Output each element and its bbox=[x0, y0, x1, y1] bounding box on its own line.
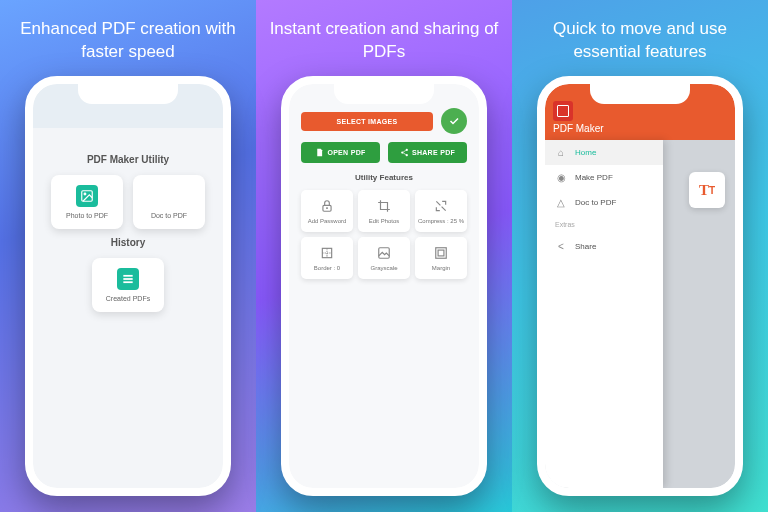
headline-3: Quick to move and use essential features bbox=[522, 18, 758, 66]
app-logo-icon bbox=[553, 101, 573, 121]
headline-2: Instant creation and sharing of PDFs bbox=[266, 18, 502, 66]
compress-icon bbox=[433, 198, 449, 214]
photo-card-label: Photo to PDF bbox=[66, 212, 108, 219]
promo-panel-1: Enhanced PDF creation with faster speed … bbox=[0, 0, 256, 512]
phone-notch bbox=[78, 84, 178, 104]
svg-rect-11 bbox=[436, 248, 447, 259]
peek-card: TT bbox=[689, 172, 725, 208]
lock-plus-icon bbox=[319, 198, 335, 214]
svg-rect-3 bbox=[123, 278, 132, 280]
utility-features-title: Utility Features bbox=[301, 173, 467, 182]
share-icon bbox=[400, 148, 409, 157]
image-icon bbox=[376, 245, 392, 261]
doc-icon: △ bbox=[555, 197, 567, 208]
home-icon: ⌂ bbox=[555, 147, 567, 158]
nav-make-pdf[interactable]: ◉ Make PDF bbox=[545, 165, 663, 190]
doc-to-pdf-card[interactable]: TT Doc to PDF bbox=[133, 175, 205, 229]
file-icon bbox=[315, 148, 324, 157]
margin-tile[interactable]: Margin bbox=[415, 237, 467, 279]
svg-rect-10 bbox=[379, 248, 390, 259]
select-images-button[interactable]: SELECT IMAGES bbox=[301, 112, 433, 131]
svg-point-1 bbox=[84, 193, 86, 195]
text-icon: TT bbox=[158, 185, 180, 207]
svg-rect-4 bbox=[123, 281, 132, 283]
nav-share[interactable]: < Share bbox=[545, 234, 663, 259]
svg-rect-2 bbox=[123, 275, 132, 277]
nav-home[interactable]: ⌂ Home bbox=[545, 140, 663, 165]
created-pdfs-card[interactable]: Created PDFs bbox=[92, 258, 164, 312]
border-icon bbox=[319, 245, 335, 261]
screen-2: SELECT IMAGES OPEN PDF SHARE PDF Uti bbox=[289, 84, 479, 488]
phone-frame-3: PDF Maker TT ⌂ Home ◉ Make PDF △ Doc to … bbox=[537, 76, 743, 496]
open-pdf-button[interactable]: OPEN PDF bbox=[301, 142, 380, 163]
history-card-label: Created PDFs bbox=[106, 295, 150, 302]
confirm-fab[interactable] bbox=[441, 108, 467, 134]
border-tile[interactable]: Border : 0 bbox=[301, 237, 353, 279]
nav-doc-to-pdf[interactable]: △ Doc to PDF bbox=[545, 190, 663, 215]
svg-rect-12 bbox=[438, 250, 444, 256]
crop-icon bbox=[376, 198, 392, 214]
section-title-history: History bbox=[43, 237, 213, 248]
headline-1: Enhanced PDF creation with faster speed bbox=[10, 18, 246, 66]
photo-icon bbox=[76, 185, 98, 207]
screen-3: PDF Maker TT ⌂ Home ◉ Make PDF △ Doc to … bbox=[545, 84, 735, 488]
phone-notch bbox=[590, 84, 690, 104]
promo-panel-2: Instant creation and sharing of PDFs SEL… bbox=[256, 0, 512, 512]
list-icon bbox=[117, 268, 139, 290]
svg-point-5 bbox=[406, 149, 408, 151]
add-password-tile[interactable]: Add Password bbox=[301, 190, 353, 232]
share-pdf-button[interactable]: SHARE PDF bbox=[388, 142, 467, 163]
photo-to-pdf-card[interactable]: Photo to PDF bbox=[51, 175, 123, 229]
section-title-utility: PDF Maker Utility bbox=[43, 154, 213, 165]
phone-notch bbox=[334, 84, 434, 104]
camera-icon: ◉ bbox=[555, 172, 567, 183]
nav-drawer: ⌂ Home ◉ Make PDF △ Doc to PDF Extras < … bbox=[545, 140, 663, 488]
margin-icon bbox=[433, 245, 449, 261]
screen-1: PDF Maker Utility Photo to PDF TT Doc to… bbox=[33, 84, 223, 488]
promo-panel-3: Quick to move and use essential features… bbox=[512, 0, 768, 512]
phone-frame-2: SELECT IMAGES OPEN PDF SHARE PDF Uti bbox=[281, 76, 487, 496]
nav-section-extras: Extras bbox=[545, 215, 663, 234]
phone-frame-1: PDF Maker Utility Photo to PDF TT Doc to… bbox=[25, 76, 231, 496]
svg-point-6 bbox=[401, 151, 403, 153]
svg-point-7 bbox=[406, 154, 408, 156]
doc-card-label: Doc to PDF bbox=[151, 212, 187, 219]
grayscale-tile[interactable]: Grayscale bbox=[358, 237, 410, 279]
compress-tile[interactable]: Compress : 25 % bbox=[415, 190, 467, 232]
share-icon: < bbox=[555, 241, 567, 252]
edit-photos-tile[interactable]: Edit Photos bbox=[358, 190, 410, 232]
app-title: PDF Maker bbox=[553, 123, 727, 134]
